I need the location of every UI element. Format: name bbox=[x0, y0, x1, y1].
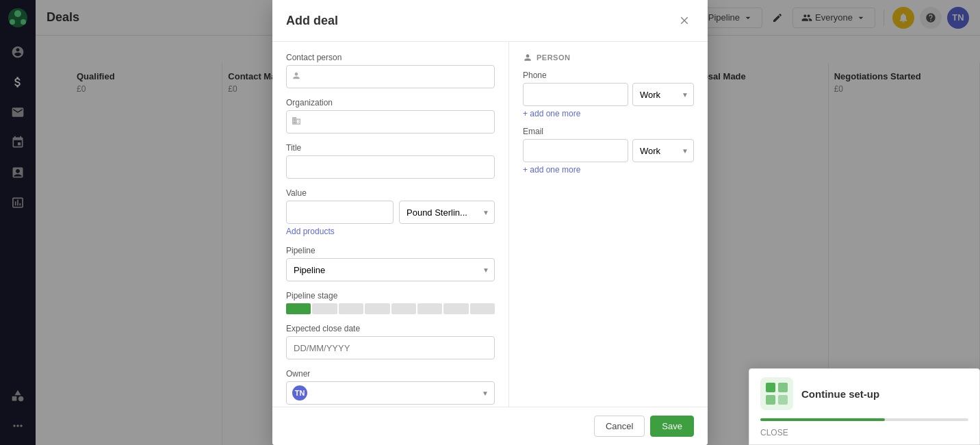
close-date-label: Expected close date bbox=[286, 324, 495, 333]
save-button[interactable]: Save bbox=[650, 416, 694, 437]
modal-right-panel: PERSON Phone Work + add one more bbox=[509, 42, 708, 407]
svg-rect-7 bbox=[766, 383, 775, 392]
stage-2[interactable] bbox=[312, 303, 337, 314]
pipeline-stage-group: Pipeline stage bbox=[286, 291, 495, 314]
setup-icon bbox=[760, 377, 793, 410]
phone-add-more-link[interactable]: + add one more bbox=[523, 109, 694, 118]
stage-3[interactable] bbox=[339, 303, 363, 314]
person-icon bbox=[292, 71, 301, 83]
org-icon bbox=[292, 116, 301, 128]
phone-group: Phone Work + add one more bbox=[523, 71, 694, 118]
close-icon[interactable] bbox=[675, 11, 694, 30]
email-input[interactable] bbox=[523, 139, 628, 162]
organization-input[interactable] bbox=[286, 110, 495, 134]
add-deal-modal: Add deal Contact person bbox=[272, 0, 708, 445]
value-input[interactable] bbox=[286, 201, 394, 224]
stage-4[interactable] bbox=[365, 303, 389, 314]
stage-1[interactable] bbox=[286, 303, 311, 314]
modal-footer: Cancel Save bbox=[272, 407, 708, 445]
phone-type-select-wrapper: Work bbox=[632, 83, 694, 106]
modal-left-panel: Contact person Organization bbox=[272, 42, 509, 407]
stage-8[interactable] bbox=[470, 303, 495, 314]
modal-header: Add deal bbox=[272, 0, 708, 42]
setup-header: Continue set-up bbox=[749, 369, 979, 418]
setup-panel: Continue set-up CLOSE bbox=[749, 368, 980, 445]
contact-person-input[interactable] bbox=[286, 65, 495, 88]
owner-avatar: TN bbox=[292, 385, 307, 400]
email-label: Email bbox=[523, 127, 694, 136]
owner-group: Owner TN ▼ bbox=[286, 369, 495, 405]
close-date-group: Expected close date bbox=[286, 324, 495, 359]
setup-close-button[interactable]: CLOSE bbox=[749, 424, 979, 444]
contact-person-group: Contact person bbox=[286, 53, 495, 88]
title-label: Title bbox=[286, 143, 495, 153]
pipeline-group: Pipeline Pipeline bbox=[286, 246, 495, 281]
email-type-select-wrapper: Work bbox=[632, 139, 694, 162]
phone-input[interactable] bbox=[523, 83, 628, 106]
pipeline-stage-label: Pipeline stage bbox=[286, 291, 495, 301]
svg-rect-9 bbox=[766, 395, 775, 405]
close-date-input[interactable] bbox=[286, 336, 495, 359]
phone-type-select[interactable]: Work bbox=[632, 83, 694, 106]
email-add-more-link[interactable]: + add one more bbox=[523, 165, 694, 175]
svg-rect-8 bbox=[778, 383, 788, 392]
phone-label: Phone bbox=[523, 71, 694, 80]
pipeline-select[interactable]: Pipeline bbox=[286, 258, 495, 281]
email-group: Email Work + add one more bbox=[523, 127, 694, 175]
owner-chevron-icon: ▼ bbox=[482, 390, 489, 397]
person-section-header: PERSON bbox=[523, 53, 694, 62]
setup-progress-fill bbox=[760, 418, 885, 421]
currency-select-wrapper: Pound Sterlin... bbox=[399, 201, 495, 224]
cancel-button[interactable]: Cancel bbox=[594, 416, 645, 437]
value-label: Value bbox=[286, 188, 495, 198]
stage-7[interactable] bbox=[443, 303, 468, 314]
value-group: Value Pound Sterlin... Add products bbox=[286, 188, 495, 236]
modal-title: Add deal bbox=[286, 14, 675, 28]
add-products-link[interactable]: Add products bbox=[286, 227, 335, 236]
setup-progress-bar bbox=[760, 418, 968, 421]
modal-body: Contact person Organization bbox=[272, 42, 708, 407]
owner-label: Owner bbox=[286, 369, 495, 379]
svg-rect-10 bbox=[778, 395, 788, 405]
owner-field[interactable]: TN ▼ bbox=[286, 381, 495, 405]
contact-person-label: Contact person bbox=[286, 53, 495, 62]
currency-select[interactable]: Pound Sterlin... bbox=[399, 201, 495, 224]
stage-6[interactable] bbox=[417, 303, 442, 314]
stage-5[interactable] bbox=[391, 303, 416, 314]
pipeline-stage-bar bbox=[286, 303, 495, 314]
title-input[interactable] bbox=[286, 155, 495, 179]
email-type-select[interactable]: Work bbox=[632, 139, 694, 162]
title-group: Title bbox=[286, 143, 495, 179]
pipeline-select-wrapper: Pipeline bbox=[286, 258, 495, 281]
setup-title: Continue set-up bbox=[801, 388, 968, 400]
svg-rect-6 bbox=[760, 377, 793, 410]
organization-label: Organization bbox=[286, 98, 495, 107]
pipeline-select-label: Pipeline bbox=[286, 246, 495, 255]
organization-group: Organization bbox=[286, 98, 495, 134]
